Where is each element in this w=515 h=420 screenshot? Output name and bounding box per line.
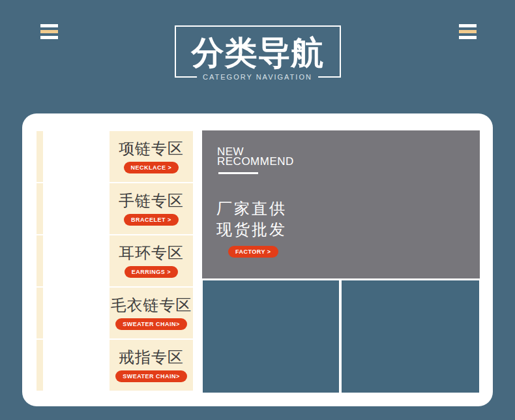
category-button[interactable]: EARRINGS > — [125, 266, 178, 278]
category-card-ring[interactable]: 戒指专区 SWEATER CHAIN> — [110, 340, 193, 391]
promo-underline — [218, 172, 258, 174]
category-button[interactable]: SWEATER CHAIN> — [115, 370, 187, 382]
category-strip — [37, 131, 43, 182]
category-title: 项链专区 — [119, 140, 184, 157]
menu-bar — [459, 24, 477, 27]
category-title: 耳环专区 — [119, 245, 184, 262]
promo-slogan-line1: 厂家直供 — [216, 200, 287, 217]
promo-heading: NEW RECOMMEND — [217, 147, 294, 166]
category-button[interactable]: NECKLACE > — [124, 162, 179, 173]
promo-slogan-line2: 现货批发 — [216, 220, 287, 238]
category-strip — [37, 288, 43, 338]
new-recommend-banner[interactable]: NEW RECOMMEND 厂家直供 现货批发 FACTORY > — [202, 130, 480, 278]
category-title: 戒指专区 — [119, 349, 184, 366]
menu-bar — [40, 24, 58, 27]
promo-heading-line2: RECOMMEND — [217, 155, 294, 168]
page-title-box: 分类导航 — [175, 25, 341, 78]
category-button[interactable]: SWEATER CHAIN> — [115, 318, 187, 330]
page-title: 分类导航 — [176, 27, 340, 76]
category-card-earrings[interactable]: 耳环专区 EARRINGS > — [110, 235, 193, 286]
category-strip — [37, 235, 43, 286]
category-card-necklace[interactable]: 项链专区 NECKLACE > — [110, 131, 193, 182]
category-strip — [37, 183, 43, 234]
category-title: 毛衣链专区 — [111, 297, 192, 314]
category-button[interactable]: BRACELET > — [124, 214, 179, 226]
category-title: 手链专区 — [119, 192, 184, 209]
menu-bar — [459, 36, 477, 39]
menu-bar — [459, 30, 477, 33]
category-strip — [37, 340, 43, 391]
category-card-bracelet[interactable]: 手链专区 BRACELET > — [110, 183, 193, 234]
content-card: 项链专区 NECKLACE > 手链专区 BRACELET > 耳环专区 EAR… — [22, 113, 493, 406]
menu-bar — [40, 36, 58, 39]
hamburger-menu-icon[interactable] — [40, 24, 58, 39]
promo-slogan: 厂家直供 现货批发 — [216, 198, 287, 240]
hamburger-menu-icon[interactable] — [459, 24, 477, 39]
category-card-sweater-chain[interactable]: 毛衣链专区 SWEATER CHAIN> — [110, 288, 193, 338]
promo-image-placeholder-left[interactable] — [203, 280, 339, 393]
factory-button[interactable]: FACTORY > — [228, 246, 278, 258]
page-subtitle: CATEGORY NAVIGATION — [197, 73, 318, 81]
promo-image-placeholder-right[interactable] — [342, 280, 479, 393]
menu-bar — [40, 30, 58, 33]
